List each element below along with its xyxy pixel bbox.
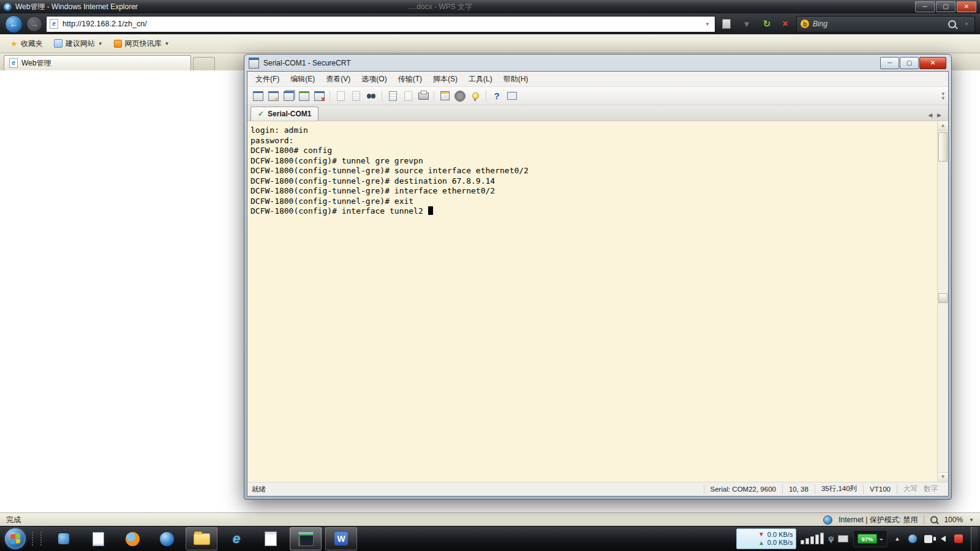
volume-icon[interactable] <box>938 533 949 544</box>
ie-titlebar[interactable]: e Web管理 - Windows Internet Explorer ….do… <box>0 0 980 13</box>
battery-widget[interactable]: 97% ⌁ <box>853 530 888 547</box>
global-options-icon[interactable] <box>453 89 467 103</box>
securecrt-maximize-button[interactable]: ▢ <box>900 57 919 69</box>
start-button[interactable] <box>5 528 26 549</box>
print-icon[interactable] <box>417 89 430 103</box>
printer-tray-icon[interactable] <box>838 533 849 544</box>
securecrt-titlebar[interactable]: Serial-COM1 - SecureCRT ─ ▢ ✕ <box>244 54 951 71</box>
taskbar-icon-securecrt[interactable] <box>290 527 322 550</box>
raw-log-icon[interactable] <box>401 89 415 103</box>
terminal-line: DCFW-1800(config-tunnel-gre)# exit <box>251 197 936 207</box>
menu-help[interactable]: 帮助(H) <box>498 72 534 86</box>
session-options-icon[interactable] <box>438 89 451 103</box>
forward-button[interactable]: → <box>26 16 42 32</box>
zoom-dropdown-icon[interactable]: ▼ <box>969 517 974 523</box>
network-speed-widget[interactable]: ▼0.0 KB/s ▲0.0 KB/s <box>736 528 796 549</box>
scrollbar-marker[interactable] <box>938 293 948 303</box>
taskbar-icon-document[interactable] <box>83 528 113 550</box>
toolbar-grip[interactable] <box>32 532 36 545</box>
scrollbar-thumb[interactable] <box>938 132 948 162</box>
menu-view[interactable]: 查看(V) <box>320 72 356 86</box>
session-tab-serial-com1[interactable]: ✓ Serial-COM1 <box>251 107 318 121</box>
terminal-line: password: <box>251 136 936 146</box>
taskbar-icon-browser[interactable] <box>151 528 182 550</box>
search-box[interactable]: b Bing ▼ <box>796 16 975 32</box>
copy-icon[interactable] <box>334 89 347 103</box>
disconnect-icon[interactable]: × <box>312 89 326 103</box>
stop-button[interactable]: × <box>778 17 793 31</box>
show-desktop-button[interactable] <box>971 527 978 551</box>
hidden-icons-chevron[interactable]: ▲ <box>892 533 903 544</box>
ie-close-button[interactable]: ✕ <box>957 1 976 12</box>
upload-arrow-icon: ▲ <box>758 539 764 547</box>
securecrt-minimize-button[interactable]: ─ <box>880 57 899 69</box>
taskbar: e W ▼0.0 KB/s ▲0.0 KB/s ψ 97% ⌁ ▲ <box>0 526 980 551</box>
paste-icon[interactable] <box>349 89 363 103</box>
signal-strength-icon[interactable] <box>801 533 824 544</box>
securecrt-tab-bar: ✓ Serial-COM1 ◀ ▶ <box>247 105 948 121</box>
menu-file[interactable]: 文件(F) <box>250 72 285 86</box>
connect-icon[interactable] <box>251 89 265 103</box>
taskbar-icon-explorer-folder[interactable] <box>186 527 217 550</box>
suggested-sites-button[interactable]: 建议网站 ▼ <box>50 37 107 51</box>
menu-tools[interactable]: 工具(L) <box>463 72 498 86</box>
address-input[interactable] <box>61 19 700 29</box>
toolbar-grip[interactable] <box>40 532 44 545</box>
keyword-highlight-icon[interactable] <box>469 89 482 103</box>
address-dropdown-icon[interactable]: ▼ <box>703 21 712 27</box>
tray-app-icon-blue[interactable] <box>907 533 918 544</box>
tray-app-icon-white[interactable] <box>922 533 933 544</box>
scroll-up-icon[interactable]: ▲ <box>938 121 948 131</box>
download-arrow-icon: ▼ <box>758 531 764 538</box>
web-slice-icon <box>114 40 122 48</box>
new-tab-button[interactable] <box>193 57 215 70</box>
log-session-icon[interactable] <box>386 89 399 103</box>
ie-status-bar: 完成 Internet | 保护模式: 禁用 100% ▼ <box>0 512 980 527</box>
reconnect-icon[interactable] <box>297 89 311 103</box>
help-icon[interactable]: ? <box>490 89 503 103</box>
back-button[interactable]: ← <box>5 15 23 33</box>
wireless-icon[interactable]: ψ <box>828 534 834 543</box>
toolbar-overflow-icon[interactable]: ▾▾ <box>941 92 944 100</box>
menu-script[interactable]: 脚本(S) <box>428 72 463 86</box>
session-manager-icon[interactable] <box>282 89 295 103</box>
tray-app-icon-red[interactable] <box>953 533 964 544</box>
tab-scroll-left-icon[interactable]: ◀ <box>928 112 932 118</box>
zoom-level[interactable]: 100% <box>944 515 963 524</box>
ie-app-icon: e <box>4 3 12 11</box>
menu-options[interactable]: 选项(O) <box>356 72 392 86</box>
terminal-area[interactable]: login: admin password: DCFW-1800# config… <box>247 121 948 482</box>
find-icon[interactable] <box>364 89 378 103</box>
ie-maximize-button[interactable]: ▢ <box>936 1 956 12</box>
web-slice-label: 网页快讯库 <box>125 39 162 49</box>
quick-connect-icon[interactable]: ⌁ <box>266 89 280 103</box>
protected-mode-status: Internet | 保护模式: 禁用 <box>839 515 918 525</box>
zoom-icon[interactable] <box>930 516 938 523</box>
taskbar-icon-internet-explorer[interactable]: e <box>221 528 252 550</box>
taskbar-icon-firefox[interactable] <box>117 528 148 550</box>
site-favicon <box>50 19 58 29</box>
terminal-scrollbar[interactable]: ▲ ▼ <box>937 121 948 482</box>
refresh-dropdown-icon[interactable]: ▼ <box>737 17 756 31</box>
tab-web-admin[interactable]: Web管理 <box>4 55 191 70</box>
search-icon[interactable] <box>948 20 956 28</box>
taskbar-icon-wps[interactable]: W <box>325 527 357 550</box>
menu-transfer[interactable]: 传输(T) <box>393 72 428 86</box>
search-dropdown-icon[interactable]: ▼ <box>962 21 971 27</box>
taskbar-icon-notepad[interactable] <box>255 528 286 550</box>
taskbar-icon-messenger[interactable] <box>48 528 79 550</box>
ie-minimize-button[interactable]: ─ <box>915 1 935 12</box>
menu-edit[interactable]: 编辑(E) <box>285 72 320 86</box>
caps-lock-indicator: 大写 <box>897 484 924 493</box>
tile-windows-icon[interactable] <box>505 89 519 103</box>
address-bar[interactable]: ▼ <box>46 16 715 32</box>
web-slice-gallery-button[interactable]: 网页快讯库 ▼ <box>110 37 174 51</box>
compatibility-view-button[interactable] <box>719 17 734 31</box>
refresh-button[interactable]: ↻ <box>760 17 774 31</box>
serial-status: Serial: COM22, 9600 <box>704 484 782 493</box>
securecrt-close-button[interactable]: ✕ <box>919 57 946 69</box>
scroll-down-icon[interactable]: ▼ <box>938 472 948 482</box>
tab-scroll-right-icon[interactable]: ▶ <box>937 112 941 118</box>
securecrt-window-title: Serial-COM1 - SecureCRT <box>263 59 350 67</box>
favorites-button[interactable]: ★ 收藏夹 <box>6 37 47 51</box>
